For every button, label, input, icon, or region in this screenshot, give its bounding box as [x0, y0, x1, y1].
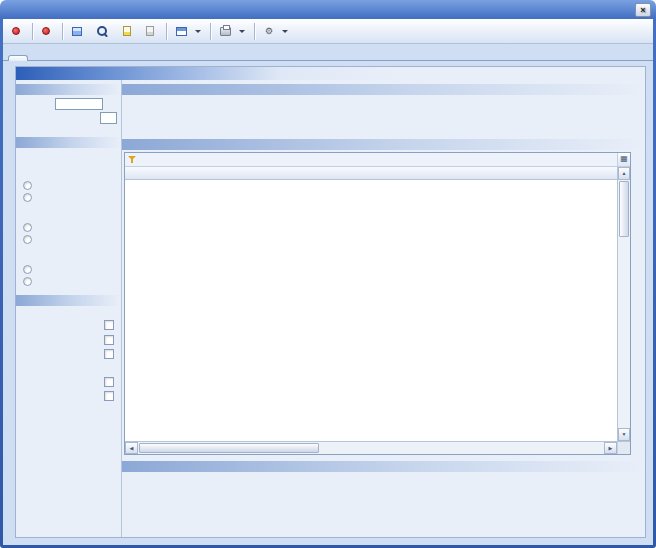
jahr-button[interactable]: [36, 21, 59, 41]
toolbar-separator: [254, 23, 255, 40]
period-icon: [12, 27, 20, 35]
checkbox-abstimmen-op[interactable]: [16, 350, 121, 361]
zv-posten-button[interactable]: [140, 21, 163, 41]
gear-icon: [264, 26, 274, 36]
section-jahresverkehr-neu: [122, 461, 645, 472]
drucken-button[interactable]: [214, 21, 251, 41]
app-window: ×: [0, 0, 656, 548]
checkbox-alle-perioden-14[interactable]: [16, 392, 121, 403]
section-selektion-buchungen: [16, 137, 121, 148]
content-area: ▦ ▲: [3, 61, 653, 545]
radio-stapel-nicht-anzeigen[interactable]: [16, 193, 121, 204]
filter-icon: [128, 155, 137, 164]
extras-button[interactable]: [258, 21, 294, 41]
sidebar: [16, 80, 122, 537]
radio-icon: [23, 193, 32, 202]
chevron-down-icon: [195, 30, 201, 33]
chevron-down-icon: [239, 30, 245, 33]
primanota-button[interactable]: [117, 21, 140, 41]
scroll-right-icon[interactable]: ▶: [604, 442, 617, 454]
suchen-button[interactable]: [91, 21, 117, 41]
primanota-icon: [123, 26, 131, 36]
scroll-corner: [617, 442, 630, 454]
account-caption: [16, 67, 645, 80]
printer-icon: [220, 27, 231, 36]
section-konto-periode: [16, 84, 121, 95]
checkbox-icon: [104, 335, 114, 345]
scroll-left-icon[interactable]: ◀: [125, 442, 138, 454]
toolbar-separator: [62, 23, 63, 40]
selection-icon: [72, 27, 82, 36]
checkbox-icon: [104, 377, 114, 387]
section-jahresverkehr-alt: [122, 84, 645, 95]
scroll-up-icon[interactable]: ▲: [618, 167, 630, 180]
toolbar: [3, 19, 653, 44]
radio-icon: [23, 181, 32, 190]
bewegungen-grid: ▦ ▲: [124, 152, 631, 455]
grid-header-row: [125, 167, 617, 180]
titlebar: ×: [0, 0, 656, 19]
checkbox-icon: [104, 320, 114, 330]
scrollbar-thumb[interactable]: [619, 181, 629, 237]
ansicht-button[interactable]: [170, 21, 207, 41]
tab-strip: [3, 44, 653, 61]
radio-eb-nicht-anzeigen[interactable]: [16, 235, 121, 246]
radio-icon: [23, 223, 32, 232]
konto-input[interactable]: [55, 98, 103, 110]
scrollbar-thumb[interactable]: [139, 443, 319, 453]
vertical-scrollbar[interactable]: ▲ ▼: [617, 167, 630, 441]
radio-icon: [23, 265, 32, 274]
checkbox-icon: [104, 349, 114, 359]
chevron-down-icon: [282, 30, 288, 33]
bis-periode-input[interactable]: [100, 112, 117, 124]
close-button[interactable]: ×: [635, 3, 651, 17]
checkbox-fremdwaehrung[interactable]: [16, 321, 121, 332]
horizontal-scrollbar[interactable]: ◀ ▶: [125, 442, 617, 454]
radio-eb-anzeigen[interactable]: [16, 223, 121, 234]
scroll-down-icon[interactable]: ▼: [618, 428, 630, 441]
checkbox-icon: [104, 391, 114, 401]
selektion-button[interactable]: [66, 21, 91, 41]
year-icon: [42, 27, 50, 35]
view-icon: [176, 27, 187, 36]
radio-op-nicht-anzeigen[interactable]: [16, 277, 121, 288]
periode-button[interactable]: [6, 21, 29, 41]
column-chooser-button[interactable]: ▦: [617, 153, 630, 166]
radio-stapel-anzeigen[interactable]: [16, 181, 121, 192]
radio-op-anzeigen[interactable]: [16, 265, 121, 276]
toolbar-separator: [32, 23, 33, 40]
search-icon: [97, 26, 108, 37]
checkbox-alle-perioden-13[interactable]: [16, 378, 121, 389]
close-icon: ×: [640, 5, 645, 15]
grid-filter-bar[interactable]: ▦: [125, 153, 630, 167]
window-body: ▦ ▲: [3, 19, 653, 545]
main-panel: ▦ ▲: [122, 80, 645, 537]
section-bewegungen: [122, 139, 645, 150]
checkbox-abstimmen-eb[interactable]: [16, 336, 121, 347]
toolbar-separator: [210, 23, 211, 40]
radio-icon: [23, 235, 32, 244]
workspace: ▦ ▲: [15, 66, 646, 538]
section-kontoansicht: [16, 295, 121, 306]
table-grid-icon: ▦: [620, 154, 628, 163]
zv-posten-icon: [146, 26, 154, 36]
grid-body: [125, 180, 617, 441]
radio-icon: [23, 277, 32, 286]
toolbar-separator: [166, 23, 167, 40]
